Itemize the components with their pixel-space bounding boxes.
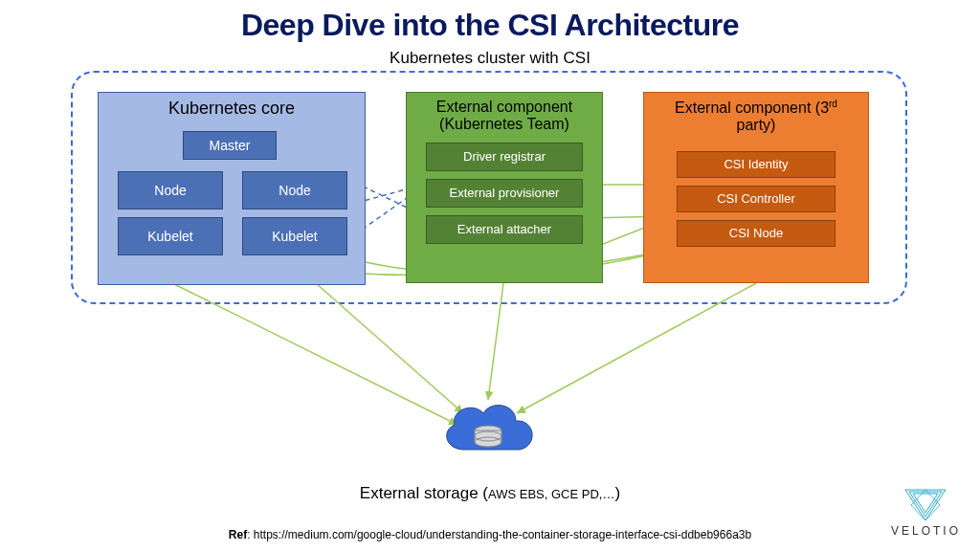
svg-point-14	[475, 437, 501, 447]
ext3p-prefix: External component (3	[675, 99, 829, 116]
ref-url: : https://medium.com/google-cloud/unders…	[247, 528, 751, 541]
driver-registrar-box: Driver registrar	[426, 143, 583, 171]
velotio-logo: VELOTIO	[891, 488, 961, 538]
external-3p-box: External component (3rd party) CSI Ident…	[643, 92, 869, 283]
node-box: Node	[118, 171, 223, 209]
storage-examples: AWS EBS, GCE PD,…	[488, 487, 614, 501]
node-column-left: Node Kubelet	[118, 171, 223, 263]
external-k8s-box: External component (Kubernetes Team) Dri…	[406, 92, 603, 283]
ref-label: Ref	[229, 528, 247, 541]
node-column-right: Node Kubelet	[242, 171, 347, 263]
cloud-icon	[435, 392, 541, 461]
storage-prefix: External storage (	[360, 484, 488, 502]
node-box: Node	[242, 171, 347, 209]
storage-suffix: )	[614, 484, 620, 502]
master-box: Master	[183, 131, 277, 160]
ext3p-suffix: party)	[737, 117, 776, 133]
svg-line-9	[172, 283, 457, 425]
external-provisioner-box: External provisioner	[426, 179, 583, 208]
k8s-core-header: Kubernetes core	[99, 99, 365, 119]
page-title: Deep Dive into the CSI Architecture	[0, 8, 980, 43]
cluster-label: Kubernetes cluster with CSI	[0, 49, 980, 68]
csi-controller-box: CSI Controller	[677, 186, 835, 212]
external-3p-header: External component (3rd party)	[654, 99, 858, 134]
logo-text: VELOTIO	[891, 524, 961, 538]
csi-identity-box: CSI Identity	[677, 151, 835, 178]
external-storage-label: External storage (AWS EBS, GCE PD,…)	[0, 484, 980, 503]
external-k8s-header: External component (Kubernetes Team)	[412, 99, 596, 133]
external-attacher-box: External attacher	[426, 215, 583, 244]
kubelet-box: Kubelet	[242, 217, 347, 255]
kubelet-box: Kubelet	[118, 217, 223, 255]
csi-node-box: CSI Node	[677, 220, 835, 247]
logo-icon	[903, 488, 947, 522]
k8s-core-box: Kubernetes core Master Node Kubelet Node…	[98, 92, 366, 285]
ext3p-sup: rd	[829, 99, 837, 109]
reference-text: Ref: https://medium.com/google-cloud/und…	[0, 528, 980, 541]
